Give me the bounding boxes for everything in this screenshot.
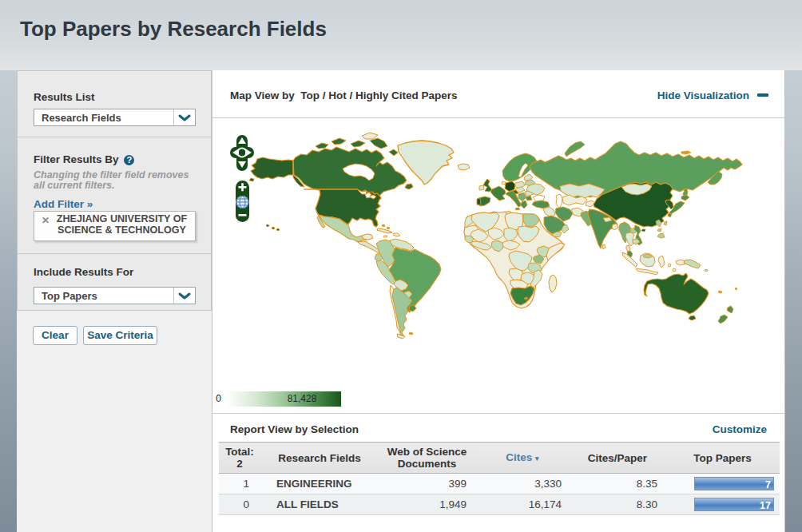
svg-text:81,428: 81,428 [288,393,317,404]
svg-text:0: 0 [216,393,221,404]
